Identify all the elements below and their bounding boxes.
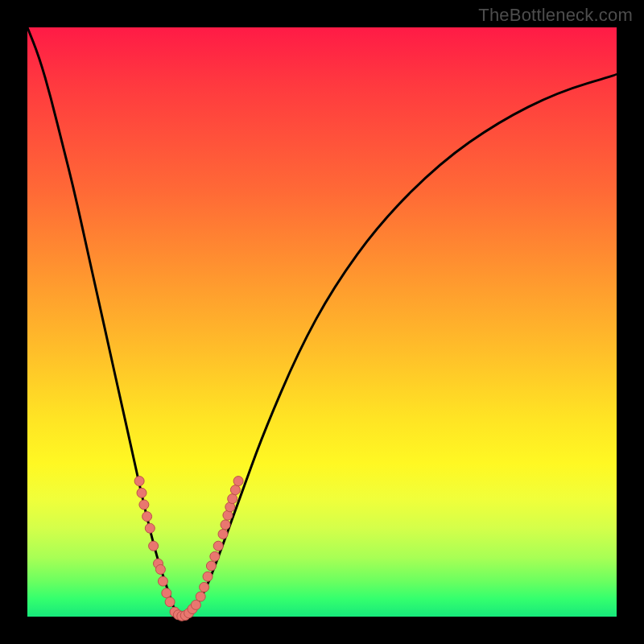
data-point xyxy=(206,561,216,571)
watermark-text: TheBottleneck.com xyxy=(478,5,633,26)
data-point xyxy=(145,523,155,533)
data-point xyxy=(230,485,240,495)
curve-group xyxy=(27,27,617,617)
data-point xyxy=(233,477,243,486)
plot-area xyxy=(27,27,617,617)
data-point xyxy=(155,564,165,574)
data-point xyxy=(221,520,230,530)
data-point xyxy=(218,530,228,539)
bottleneck-curve xyxy=(27,27,617,617)
data-point xyxy=(210,551,220,561)
data-point xyxy=(203,572,213,581)
data-point xyxy=(139,500,149,510)
data-point xyxy=(149,541,159,551)
data-point xyxy=(165,597,175,607)
data-point xyxy=(200,582,209,592)
chart-frame: TheBottleneck.com xyxy=(0,0,644,644)
data-point xyxy=(162,588,171,598)
data-point xyxy=(158,576,167,586)
data-point xyxy=(213,541,223,551)
chart-svg xyxy=(27,27,617,617)
data-point xyxy=(228,494,237,504)
data-point xyxy=(142,512,152,522)
data-point xyxy=(134,477,144,486)
dots-group xyxy=(134,477,243,621)
data-point xyxy=(196,592,205,601)
data-point xyxy=(137,488,147,497)
